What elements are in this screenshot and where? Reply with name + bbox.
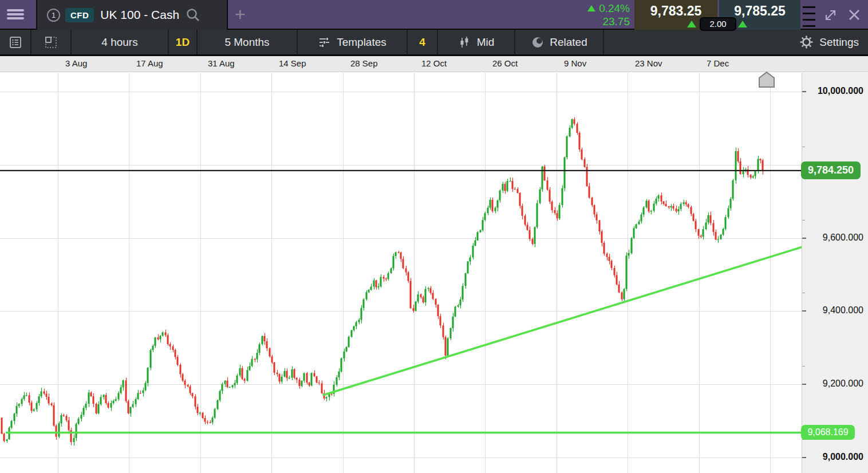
- eye-icon: [531, 36, 545, 49]
- timeframe-badge: 1D: [176, 36, 190, 49]
- buy-direction-up-icon: [738, 21, 747, 27]
- support-level-badge: 9,068.169: [801, 425, 855, 440]
- y-axis-tick: [802, 310, 806, 312]
- list-icon: [9, 36, 22, 49]
- y-axis-label: 9,200.000: [823, 379, 863, 389]
- gear-icon: [799, 35, 814, 49]
- related-markets-button[interactable]: Related: [515, 30, 604, 54]
- sell-direction-up-icon: [687, 21, 696, 27]
- buy-price-value: 9,785.25: [719, 3, 800, 19]
- y-axis-price-scale[interactable]: 9,784.250 9,068.169 10,000.0009,600.0009…: [802, 73, 868, 473]
- spread-value: 2.00: [700, 17, 736, 31]
- related-label: Related: [550, 36, 587, 49]
- x-axis-label: 26 Oct: [492, 58, 518, 68]
- x-axis-label: 17 Aug: [136, 58, 163, 68]
- y-axis-label: 9,400.000: [823, 305, 863, 316]
- price-type-button[interactable]: Mid: [438, 30, 515, 54]
- change-up-arrow-icon: [587, 5, 595, 11]
- market-type-badge: CFD: [65, 8, 94, 22]
- y-axis-tick: [802, 91, 806, 92]
- sell-price-value: 9,783.25: [634, 3, 717, 19]
- close-icon[interactable]: [847, 7, 862, 22]
- price-chart[interactable]: [0, 73, 802, 473]
- y-axis-label: 9,600.000: [823, 232, 863, 243]
- search-icon[interactable]: [186, 7, 200, 22]
- expand-icon[interactable]: [823, 7, 838, 23]
- x-axis-label: 7 Dec: [707, 58, 729, 68]
- y-axis-minor-tick: [802, 220, 805, 220]
- candlestick-icon: [458, 36, 472, 49]
- layout-grid-icon: [44, 35, 58, 50]
- change-percent: 0.24%: [599, 2, 630, 15]
- y-axis-tick: [802, 384, 806, 385]
- x-axis-date-strip[interactable]: 3 Aug17 Aug31 Aug14 Sep28 Sep12 Oct26 Oc…: [0, 56, 868, 72]
- date-range-button[interactable]: 5 Months: [198, 30, 298, 54]
- chart-list-button[interactable]: [0, 30, 31, 54]
- change-points: 23.75: [538, 15, 630, 28]
- settings-label: Settings: [819, 36, 859, 49]
- panel-resize-handle[interactable]: [803, 2, 815, 29]
- sliders-icon: [318, 36, 332, 49]
- timeframe-label: 4 hours: [101, 36, 137, 49]
- x-axis-label: 14 Sep: [279, 58, 306, 68]
- x-axis-label: 28 Sep: [350, 58, 378, 68]
- y-axis-minor-tick: [802, 147, 805, 147]
- templates-button[interactable]: Templates: [298, 30, 408, 54]
- y-axis-minor-tick: [802, 366, 805, 366]
- top-bar: 1 CFD UK 100 - Cash + 0.24% 23.75 9,783.…: [0, 0, 868, 30]
- timeframe-button[interactable]: 4 hours: [72, 30, 169, 54]
- current-price-badge: 9,784.250: [801, 161, 861, 179]
- x-axis-label: 31 Aug: [208, 58, 235, 68]
- instrument-tab[interactable]: 1 CFD UK 100 - Cash: [36, 0, 228, 30]
- scroll-to-latest-button[interactable]: [757, 70, 776, 89]
- chart-number-badge: 1: [47, 9, 60, 22]
- layout-grid-button[interactable]: [31, 30, 72, 54]
- x-axis-label: 9 Nov: [564, 58, 586, 68]
- templates-label: Templates: [337, 36, 386, 49]
- trading-platform-window: 1 CFD UK 100 - Cash + 0.24% 23.75 9,783.…: [0, 0, 868, 473]
- add-chart-button[interactable]: +: [235, 5, 246, 23]
- chart-toolbar: 4 hours 1D 5 Months Templates 4: [0, 30, 868, 56]
- price-change-block: 0.24% 23.75: [538, 2, 630, 28]
- x-axis-label: 3 Aug: [65, 58, 87, 68]
- y-axis-tick: [802, 457, 806, 458]
- indicator-count-button[interactable]: 4: [408, 30, 438, 54]
- settings-button[interactable]: Settings: [799, 30, 868, 54]
- range-label: 5 Months: [224, 36, 269, 49]
- hamburger-menu-icon[interactable]: [7, 7, 26, 22]
- instrument-title: UK 100 - Cash: [100, 8, 179, 22]
- templates-badge: 4: [419, 36, 425, 49]
- x-axis-label: 12 Oct: [421, 58, 447, 68]
- timeframe-preset-1d[interactable]: 1D: [169, 30, 198, 54]
- y-axis-minor-tick: [802, 293, 805, 293]
- y-axis-tick: [802, 238, 806, 239]
- y-axis-label: 9,000.000: [823, 452, 863, 462]
- x-axis-label: 23 Nov: [635, 58, 662, 68]
- y-axis-label: 10,000.000: [818, 86, 863, 96]
- price-type-label: Mid: [477, 36, 495, 49]
